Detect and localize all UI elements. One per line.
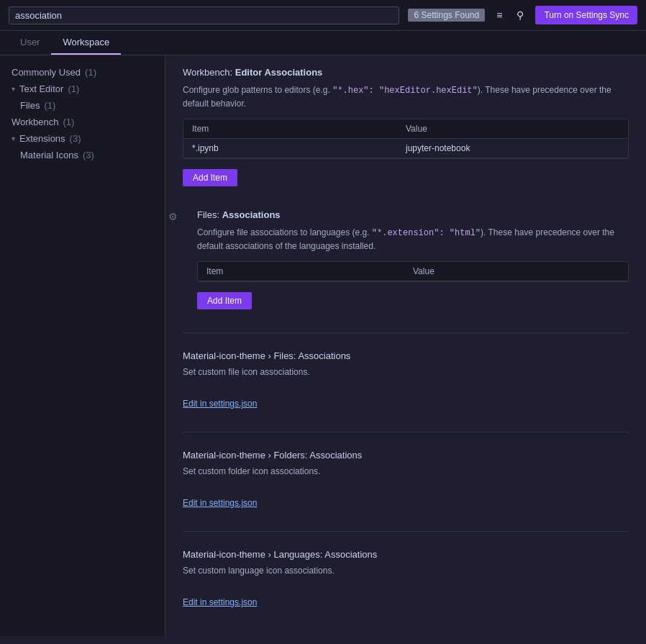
sidebar-item-count: (1) <box>68 83 79 94</box>
col-header-item: Item <box>192 124 406 134</box>
main-content: Workbench: Editor Associations Configure… <box>165 55 646 636</box>
section-title-bold: Associations <box>298 350 350 361</box>
sidebar-item-count: (1) <box>63 117 75 127</box>
section-divider <box>183 432 629 432</box>
edit-in-settings-json-button[interactable]: Edit in settings.json <box>183 498 257 508</box>
col-header-value: Value <box>413 266 619 276</box>
sidebar-item-label: Material Icons <box>20 150 78 160</box>
sidebar-item-count: (3) <box>70 133 81 144</box>
desc-text: Configure file associations to languages… <box>197 227 372 237</box>
sort-icon[interactable]: ≡ <box>493 8 505 22</box>
section-material-icon-languages: Material-icon-theme › Languages: Associa… <box>183 549 629 607</box>
section-subtitle: Material-icon-theme › Folders: Associati… <box>183 450 629 461</box>
chevron-down-icon: ▾ <box>12 135 15 142</box>
section-description: Configure file associations to languages… <box>197 226 629 253</box>
tab-workspace[interactable]: Workspace <box>51 31 121 55</box>
sidebar-item-label: Extensions <box>19 133 65 144</box>
section-material-icon-files: Material-icon-theme › Files: Association… <box>183 350 629 409</box>
add-item-button[interactable]: Add Item <box>183 169 237 186</box>
tab-user[interactable]: User <box>9 31 51 55</box>
sidebar-item-extensions[interactable]: ▾ Extensions (3) <box>0 130 165 147</box>
sync-button[interactable]: Turn on Settings Sync <box>535 6 637 24</box>
add-item-button[interactable]: Add Item <box>197 292 252 309</box>
section-title-normal: Files: <box>197 209 222 220</box>
section-material-icon-folders: Material-icon-theme › Folders: Associati… <box>183 450 629 508</box>
sidebar-item-commonly-used[interactable]: Commonly Used (1) <box>0 64 165 81</box>
section-description: Set custom folder icon associations. <box>183 465 629 478</box>
header: 6 Settings Found ≡ ⚲ Turn on Settings Sy… <box>0 0 646 31</box>
desc-text: Configure glob patterns to editors (e.g. <box>183 85 332 95</box>
section-title-bold: Associations <box>309 450 362 461</box>
table-header: Item Value <box>198 262 628 281</box>
table-cell-value: jupyter-notebook <box>406 143 619 153</box>
desc-code: "*.extension": "html" <box>372 228 481 238</box>
section-title-normal: Workbench: <box>183 67 235 78</box>
edit-in-settings-json-button[interactable]: Edit in settings.json <box>183 597 257 607</box>
section-title-prefix: Material-icon-theme › Files: <box>183 350 298 361</box>
search-input[interactable] <box>9 6 399 24</box>
sidebar-item-label: Commonly Used <box>12 67 81 78</box>
sidebar-item-material-icons[interactable]: Material Icons (3) <box>0 147 165 163</box>
section-description: Set custom file icon associations. <box>183 366 629 378</box>
section-files-associations: ⚙ Files: Associations Configure file ass… <box>183 209 629 309</box>
section-description: Configure glob patterns to editors (e.g.… <box>183 83 629 110</box>
associations-table: Item Value *.ipynb jupyter-notebook <box>183 119 629 159</box>
settings-found-badge: 6 Settings Found <box>408 9 485 22</box>
sidebar-item-count: (1) <box>85 67 96 78</box>
sidebar-item-count: (1) <box>44 100 55 111</box>
section-title-bold: Associations <box>324 549 377 560</box>
section-title-bold: Associations <box>222 209 281 220</box>
table-cell-item: *.ipynb <box>192 143 406 153</box>
layout: Commonly Used (1) ▾ Text Editor (1) File… <box>0 55 646 636</box>
associations-table: Item Value <box>197 261 629 282</box>
col-header-value: Value <box>406 124 619 134</box>
sidebar-item-label: Text Editor <box>19 83 63 94</box>
section-workbench-editor-associations: Workbench: Editor Associations Configure… <box>183 67 629 186</box>
sidebar-item-label: Workbench <box>12 117 59 127</box>
sidebar-item-files[interactable]: Files (1) <box>0 97 165 114</box>
section-title-prefix: Material-icon-theme › Languages: <box>183 549 324 560</box>
table-header: Item Value <box>183 119 628 139</box>
table-row[interactable]: *.ipynb jupyter-notebook <box>183 139 628 158</box>
section-title: Files: Associations <box>197 209 629 220</box>
section-divider <box>183 531 629 532</box>
chevron-down-icon: ▾ <box>12 85 15 93</box>
section-subtitle: Material-icon-theme › Files: Association… <box>183 350 629 361</box>
section-divider <box>183 332 629 333</box>
edit-in-settings-json-button[interactable]: Edit in settings.json <box>183 399 257 409</box>
section-subtitle: Material-icon-theme › Languages: Associa… <box>183 549 629 560</box>
sidebar-item-workbench[interactable]: Workbench (1) <box>0 114 165 130</box>
filter-icon[interactable]: ⚲ <box>514 8 527 22</box>
section-title: Workbench: Editor Associations <box>183 67 629 78</box>
section-description: Set custom language icon associations. <box>183 564 629 577</box>
sidebar-item-text-editor[interactable]: ▾ Text Editor (1) <box>0 81 165 97</box>
section-title-prefix: Material-icon-theme › Folders: <box>183 450 309 461</box>
sidebar: Commonly Used (1) ▾ Text Editor (1) File… <box>0 55 165 636</box>
sidebar-item-label: Files <box>20 100 40 111</box>
gear-icon[interactable]: ⚙ <box>168 211 178 222</box>
tabs: User Workspace <box>0 31 646 55</box>
desc-code: "*.hex": "hexEditor.hexEdit" <box>332 86 478 96</box>
sidebar-item-count: (3) <box>83 150 94 160</box>
col-header-item: Item <box>206 266 413 276</box>
section-title-bold: Editor Associations <box>235 67 323 78</box>
